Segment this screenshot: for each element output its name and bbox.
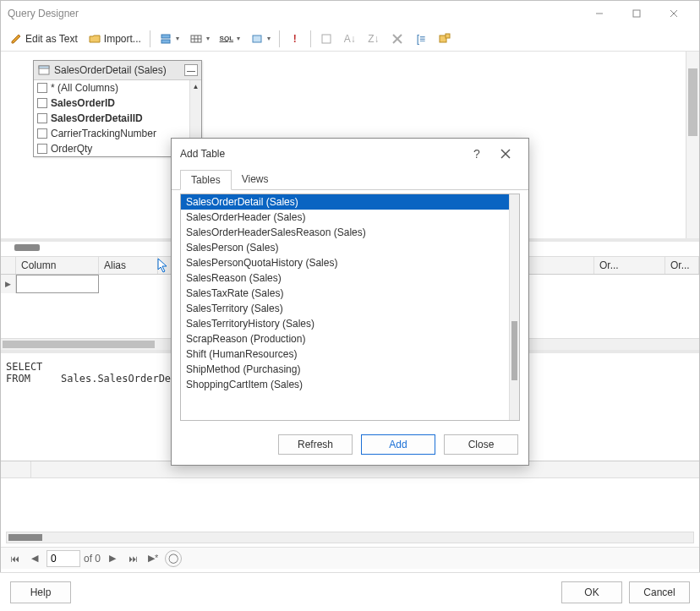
- column-checkbox[interactable]: [37, 113, 47, 123]
- nav-new-button[interactable]: ▶*: [145, 550, 161, 567]
- remove-filter-icon: [391, 32, 404, 46]
- tab-tables-label: Tables: [191, 174, 221, 186]
- splitter-handle[interactable]: [14, 244, 40, 251]
- nav-prev-button[interactable]: ◀: [26, 550, 43, 567]
- diagram-vertical-scrollbar[interactable]: [686, 52, 699, 238]
- dialog-titlebar[interactable]: Add Table ?: [172, 139, 528, 169]
- toolbar-separator: [150, 30, 150, 47]
- nav-next-button[interactable]: ▶: [104, 550, 121, 567]
- scroll-up-icon[interactable]: ▲: [190, 80, 201, 92]
- list-item[interactable]: SalesTaxRate (Sales): [181, 286, 519, 301]
- close-button[interactable]: [655, 2, 692, 25]
- titlebar: Query Designer: [1, 1, 699, 26]
- list-item[interactable]: ShoppingCartItem (Sales): [181, 377, 519, 392]
- column-checkbox[interactable]: [37, 98, 47, 108]
- sort-asc-button[interactable]: A↓: [340, 30, 360, 47]
- list-item[interactable]: SalesOrderHeader (Sales): [181, 210, 519, 225]
- list-item[interactable]: ScrapReason (Production): [181, 331, 519, 346]
- list-item[interactable]: SalesTerritory (Sales): [181, 301, 519, 316]
- scrollbar-thumb[interactable]: [3, 341, 155, 348]
- add-table-dialog: Add Table ? Tables Views SalesOrderDetai…: [171, 138, 529, 466]
- table-header[interactable]: SalesOrderDetail (Sales) —: [34, 61, 201, 80]
- edit-as-text-label: Edit as Text: [25, 33, 78, 45]
- nav-first-button[interactable]: ⏮: [6, 550, 23, 567]
- scrollbar-thumb[interactable]: [511, 321, 517, 380]
- diagram-pane-toggle[interactable]: ▾: [156, 30, 183, 47]
- list-scrollbar[interactable]: [509, 194, 519, 420]
- tab-tables[interactable]: Tables: [180, 170, 232, 190]
- column-checkbox[interactable]: [37, 83, 47, 93]
- sort-desc-icon: Z↓: [367, 32, 380, 46]
- sql-keyword: FROM: [6, 373, 30, 385]
- refresh-button[interactable]: Refresh: [278, 434, 353, 455]
- list-item[interactable]: SalesPersonQuotaHistory (Sales): [181, 255, 519, 270]
- list-item[interactable]: SalesReason (Sales): [181, 270, 519, 286]
- add-table-button[interactable]: [435, 30, 455, 47]
- table-icon: [37, 63, 51, 77]
- grid-header-or[interactable]: Or...: [594, 257, 665, 274]
- scrollbar-thumb[interactable]: [8, 534, 42, 541]
- list-item[interactable]: Shift (HumanResources): [181, 346, 519, 362]
- column-checkbox[interactable]: [37, 144, 47, 154]
- results-horizontal-scrollbar[interactable]: [6, 532, 694, 543]
- sql-pane-toggle[interactable]: SQL ▾: [216, 30, 243, 47]
- ok-button[interactable]: OK: [561, 581, 622, 603]
- column-name: SalesOrderDetailID: [51, 112, 143, 124]
- column-name: OrderQty: [51, 143, 92, 155]
- help-label: Help: [30, 586, 52, 598]
- refresh-label: Refresh: [298, 439, 333, 450]
- grid-header-alias[interactable]: Alias: [99, 257, 158, 274]
- remove-filter-button[interactable]: [387, 30, 407, 47]
- edit-as-text-button[interactable]: Edit as Text: [6, 30, 81, 47]
- table-column-row[interactable]: * (All Columns): [34, 80, 201, 95]
- sort-asc-icon: A↓: [343, 32, 357, 46]
- dialog-footer: Refresh Add Close: [172, 429, 528, 465]
- chevron-down-icon: ▾: [176, 35, 179, 42]
- list-item[interactable]: SalesTerritoryHistory (Sales): [181, 316, 519, 331]
- list-item[interactable]: ShipMethod (Purchasing): [181, 362, 519, 377]
- list-item[interactable]: SalesOrderHeaderSalesReason (Sales): [181, 225, 519, 240]
- group-by-icon: [≡: [414, 32, 428, 46]
- window-title: Query Designer: [8, 8, 581, 19]
- results-pane-toggle[interactable]: ▾: [247, 30, 274, 47]
- grid-header-column[interactable]: Column: [16, 257, 99, 274]
- tables-list[interactable]: SalesOrderDetail (Sales) SalesOrderHeade…: [180, 194, 520, 421]
- svg-rect-4: [161, 35, 170, 38]
- grid-row-header: [1, 257, 16, 274]
- tab-views[interactable]: Views: [232, 170, 279, 190]
- verify-sql-button[interactable]: [316, 30, 336, 47]
- group-by-button[interactable]: [≡: [411, 30, 431, 47]
- import-button[interactable]: Import...: [85, 30, 145, 47]
- row-marker[interactable]: ▶: [1, 275, 16, 293]
- close-button[interactable]: Close: [444, 434, 518, 455]
- scrollbar-thumb[interactable]: [688, 68, 697, 136]
- list-item[interactable]: SalesPerson (Sales): [181, 240, 519, 255]
- nav-current-input[interactable]: [46, 550, 80, 567]
- column-name: * (All Columns): [51, 82, 118, 94]
- svg-rect-10: [253, 35, 261, 42]
- table-column-row[interactable]: SalesOrderID: [34, 95, 201, 111]
- column-checkbox[interactable]: [37, 128, 47, 139]
- maximize-button[interactable]: [618, 2, 655, 25]
- nav-stop-button[interactable]: ◯: [165, 550, 182, 567]
- dialog-close-button[interactable]: [491, 142, 520, 166]
- results-pane[interactable]: [1, 461, 699, 528]
- grid-header-or[interactable]: Or...: [665, 257, 699, 274]
- help-button[interactable]: Help: [10, 581, 71, 603]
- toolbar-separator: [279, 30, 280, 47]
- dialog-help-button[interactable]: ?: [462, 142, 491, 166]
- list-item[interactable]: SalesOrderDetail (Sales): [181, 194, 519, 210]
- grid-pane-toggle[interactable]: ▾: [186, 30, 213, 47]
- table-column-row[interactable]: SalesOrderDetailID: [34, 111, 201, 126]
- cancel-button[interactable]: Cancel: [629, 581, 690, 603]
- add-button[interactable]: Add: [361, 434, 435, 455]
- nav-last-button[interactable]: ⏭: [124, 550, 141, 567]
- run-button[interactable]: !: [285, 30, 305, 47]
- run-icon: !: [288, 32, 302, 46]
- table-minimize-button[interactable]: —: [184, 64, 198, 76]
- svg-rect-5: [161, 40, 170, 43]
- grid-cell-column[interactable]: [16, 275, 99, 293]
- sort-desc-button[interactable]: Z↓: [364, 30, 384, 47]
- minimize-button[interactable]: [581, 2, 618, 25]
- svg-rect-1: [633, 10, 640, 17]
